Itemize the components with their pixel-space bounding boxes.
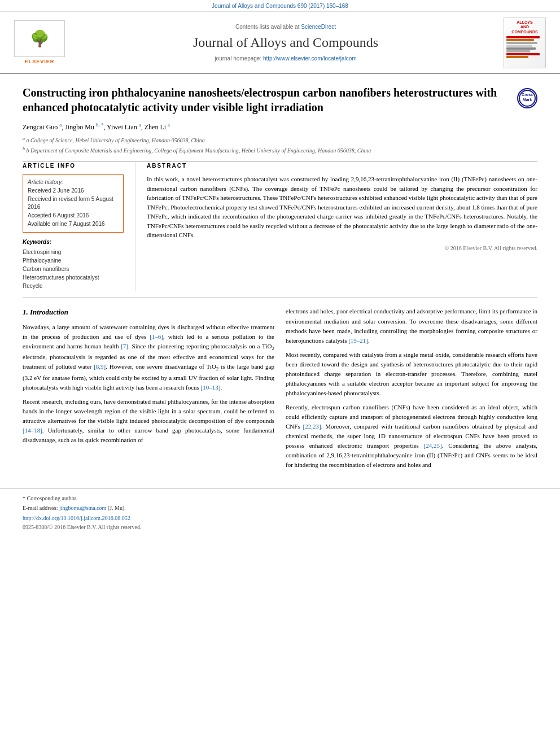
affiliation-b: b b Department of Composite Materials an… xyxy=(23,146,537,155)
logo-line-5 xyxy=(506,47,536,50)
received-date: Received 2 June 2016 xyxy=(28,187,119,195)
crossmark-container: Cross Mark xyxy=(517,88,537,108)
logo-line-7 xyxy=(506,53,540,55)
crossmark-badge: Cross Mark xyxy=(517,88,537,108)
keyword-4: Heterostructures photocatalyst xyxy=(23,274,124,282)
ref-7[interactable]: [7] xyxy=(121,343,128,350)
logo-decorative-lines xyxy=(506,36,543,59)
intro-section-title: 1. Introduction xyxy=(23,307,274,318)
doi-link: http://dx.doi.org/10.1016/j.jallcom.2016… xyxy=(23,514,537,522)
accepted-date: Accepted 6 August 2016 xyxy=(28,212,119,220)
elsevier-wordmark: ELSEVIER xyxy=(25,58,55,65)
journal-homepage: journal homepage: http://www.elsevier.co… xyxy=(68,55,504,63)
tree-icon: 🌳 xyxy=(30,31,50,47)
history-label: Article history: xyxy=(28,178,119,186)
journal-title-area: Contents lists available at ScienceDirec… xyxy=(68,23,504,63)
elsevier-logo: 🌳 ELSEVIER xyxy=(11,20,68,65)
ref-14-18[interactable]: [14–18] xyxy=(23,427,42,434)
article-history-box: Article history: Received 2 June 2016 Re… xyxy=(23,174,124,233)
received-revised-date: Received in revised form 5 August 2016 xyxy=(28,195,119,211)
article-info-heading: ARTICLE INFO xyxy=(23,162,124,170)
logo-line-3 xyxy=(506,42,537,44)
keywords-heading: Keywords: xyxy=(23,238,124,246)
ref-19-21[interactable]: [19–21] xyxy=(348,337,368,344)
email-line: E-mail address: jingbomu@sina.com (J. Mu… xyxy=(23,504,537,512)
available-date: Available online 7 August 2016 xyxy=(28,220,119,228)
crossmark-icon: Cross Mark xyxy=(518,89,536,107)
intro-para-5: Recently, electrospun carbon nanofibers … xyxy=(286,403,537,470)
journal-header: 🌳 ELSEVIER Contents lists available at S… xyxy=(0,12,560,74)
abstract-text: In this work, a novel heterostructures p… xyxy=(147,174,537,240)
ref-10-13[interactable]: [10–13] xyxy=(201,384,221,391)
intro-para-3: electrons and holes, poor electrical con… xyxy=(286,307,537,345)
ref-8-9[interactable]: [8,9] xyxy=(94,363,106,370)
ref-24-25[interactable]: [24,25] xyxy=(424,442,442,449)
affiliation-a: a a College of Science, Hebei University… xyxy=(23,136,537,145)
author-email[interactable]: jingbomu@sina.com xyxy=(59,505,106,511)
keyword-2: Phthalocyanine xyxy=(23,257,124,265)
sciencedirect-label: Contents lists available at ScienceDirec… xyxy=(68,23,504,31)
ref-1-6[interactable]: [1–6] xyxy=(150,333,163,340)
corresponding-author-note: * Corresponding author. xyxy=(23,495,537,503)
logo-line-4 xyxy=(506,45,532,47)
top-citation-bar: Journal of Alloys and Compounds 690 (201… xyxy=(0,0,560,12)
doi-url[interactable]: http://dx.doi.org/10.1016/j.jallcom.2016… xyxy=(23,515,130,521)
authors-line: Zengcai Guo a, Jingbo Mu b, *, Yiwei Lia… xyxy=(23,121,537,132)
footer-copyright: 0925-8388/© 2016 Elsevier B.V. All right… xyxy=(23,523,537,531)
authors-text: Zengcai Guo a, Jingbo Mu b, *, Yiwei Lia… xyxy=(23,123,170,131)
abstract-heading: ABSTRACT xyxy=(147,162,537,170)
intro-col-left: 1. Introduction Nowadays, a large amount… xyxy=(23,307,274,474)
keywords-section: Keywords: Electrospinning Phthalocyanine… xyxy=(23,238,124,290)
intro-col-right: electrons and holes, poor electrical con… xyxy=(286,307,537,474)
logo-box: 🌳 xyxy=(14,20,65,57)
intro-two-col: 1. Introduction Nowadays, a large amount… xyxy=(23,307,537,474)
abstract-column: ABSTRACT In this work, a novel heterostr… xyxy=(135,162,537,291)
keyword-1: Electrospinning xyxy=(23,248,124,256)
copyright-line: © 2016 Elsevier B.V. All rights reserved… xyxy=(147,244,537,252)
article-info-abstract-section: ARTICLE INFO Article history: Received 2… xyxy=(0,162,560,291)
keyword-5: Recycle xyxy=(23,282,124,290)
logo-line-6 xyxy=(506,50,530,53)
logo-title: ALLOYSANDCOMPOUNDS xyxy=(511,20,537,34)
page-wrapper: Journal of Alloys and Compounds 690 (201… xyxy=(0,0,560,535)
svg-text:Cross: Cross xyxy=(522,93,533,97)
logo-line-1 xyxy=(506,36,540,38)
article-title: Constructing iron phthalocyanine nanoshe… xyxy=(23,85,537,115)
journal-logo-small-section: ALLOYSANDCOMPOUNDS xyxy=(504,18,549,68)
intro-para-1: Nowadays, a large amount of wastewater c… xyxy=(23,322,274,392)
article-title-section: Cross Mark Constructing iron phthalocyan… xyxy=(0,74,560,161)
journal-title: Journal of Alloys and Compounds xyxy=(68,33,504,53)
keyword-3: Carbon nanofibers xyxy=(23,265,124,273)
footer-section: * Corresponding author. E-mail address: … xyxy=(0,488,560,535)
sciencedirect-link[interactable]: ScienceDirect xyxy=(301,24,336,30)
body-section: 1. Introduction Nowadays, a large amount… xyxy=(0,298,560,483)
elsevier-logo-section: 🌳 ELSEVIER xyxy=(11,20,68,65)
intro-para-4: Most recently, compared with catalysts f… xyxy=(286,350,537,398)
intro-para-2: Recent research, including ours, have de… xyxy=(23,397,274,445)
logo-line-2 xyxy=(506,39,534,41)
article-info-column: ARTICLE INFO Article history: Received 2… xyxy=(23,162,135,291)
journal-small-logo: ALLOYSANDCOMPOUNDS xyxy=(504,18,546,68)
journal-citation: Journal of Alloys and Compounds 690 (201… xyxy=(212,3,348,9)
logo-line-8 xyxy=(506,56,528,58)
journal-homepage-link[interactable]: http://www.elsevier.com/locate/jalcom xyxy=(263,55,357,62)
ref-22-23[interactable]: [22,23] xyxy=(303,423,321,430)
svg-text:Mark: Mark xyxy=(523,98,532,102)
